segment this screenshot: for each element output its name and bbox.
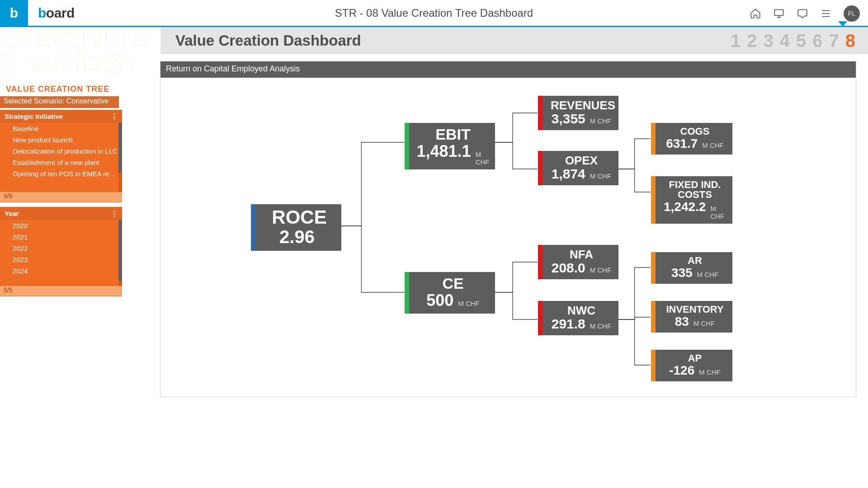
year-item[interactable]: 2022 [0,243,122,254]
year-item[interactable]: 2024 [0,265,122,277]
initiative-scroll-thumb[interactable] [118,123,122,173]
initiative-scrollbar[interactable] [118,123,122,192]
node-nwc-label: NWC [551,305,612,316]
pager-5[interactable]: 5 [796,31,806,51]
strategic-initiative-header: Strategic Initiative ⋮ [0,110,122,123]
scenario-bar: Selected Scenario: Conservative [0,96,119,108]
presentation-icon[interactable] [773,8,785,19]
node-opex-label: OPEX [551,155,612,166]
node-ebit-value: 1,481.1 [417,142,471,161]
node-fixed[interactable]: FIXED IND. COSTS 1,242.2M CHF [651,176,732,224]
strategic-initiative-body: Baseline New product launch Delocalizati… [0,123,122,192]
initiative-item[interactable]: Establishment of a new plant [0,157,122,168]
avatar-initials: FL [848,10,855,17]
year-item[interactable]: 2023 [0,254,122,265]
sidebar: EXECUTIVE STRATEGY VALUE CREATION TREE S… [0,28,160,300]
pager-caret-icon [838,21,847,27]
pager-6[interactable]: 6 [812,31,822,51]
node-revenues-value: 3,355 [552,111,585,127]
node-nwc-unit: M CHF [590,322,612,330]
node-opex-value: 1,874 [552,166,585,182]
year-item[interactable]: 2021 [0,231,122,243]
node-nfa-label: NFA [551,249,612,260]
year-item[interactable]: 2020 [0,220,122,231]
strategic-initiative-title: Strategic Initiative [5,113,63,120]
node-ar-unit: M CHF [697,271,719,278]
strategic-initiative-more-icon[interactable]: ⋮ [111,113,118,121]
node-nfa[interactable]: NFA 208.0M CHF [538,245,618,279]
node-cogs-value: 631.7 [666,136,698,151]
initiative-item[interactable]: New product launch [0,134,122,145]
node-opex-unit: M CHF [590,172,612,180]
node-inventory-value: 83 [675,314,689,329]
node-ar[interactable]: AR 335M CHF [651,252,732,284]
node-ap[interactable]: AP -126M CHF [651,350,732,381]
node-ar-label: AR [664,256,726,266]
pager: 1 2 3 4 5 6 7 8 [731,31,855,51]
node-ebit-unit: M CHF [476,150,490,166]
node-ce[interactable]: CE 500M CHF [405,272,495,314]
node-fixed-unit: M CHF [710,205,726,220]
strategic-initiative-footer: 9/9 [0,192,122,202]
section-title: Return on Capital Employed Analysis [160,61,856,78]
node-roce-value: 2.96 [279,227,315,247]
node-cogs[interactable]: COGS 631.7M CHF [651,123,732,155]
node-ce-unit: M CHF [458,300,480,307]
value-creation-tree-label: VALUE CREATION TREE [6,84,109,94]
initiative-item[interactable]: Opening of ten POS in EMEA region [0,168,122,179]
year-panel: Year ⋮ 2020 2021 2022 2023 2024 5/5 [0,207,122,296]
node-ap-label: AP [664,353,726,363]
hamburger-icon[interactable] [820,8,832,19]
node-nfa-unit: M CHF [590,266,612,274]
year-scroll-thumb[interactable] [118,220,122,281]
node-ap-unit: M CHF [699,368,721,376]
node-inventory-label: INVENTORY [664,305,726,314]
node-cogs-label: COGS [664,127,726,136]
value-creation-tree-tab: VALUE CREATION TREE [0,82,118,97]
chat-icon[interactable] [797,8,808,19]
main-panel: Return on Capital Employed Analysis [160,61,856,397]
year-body: 2020 2021 2022 2023 2024 [0,220,122,286]
svg-rect-0 [774,9,783,15]
topbar: b board STR - 08 Value Creation Tree Das… [0,0,868,27]
exec-strategy-watermark: EXECUTIVE STRATEGY [0,26,147,76]
year-more-icon[interactable]: ⋮ [111,210,118,218]
pager-4[interactable]: 4 [780,31,790,51]
node-opex[interactable]: OPEX 1,874M CHF [538,151,618,185]
node-revenues-label: REVENUES [551,99,612,111]
strategic-initiative-panel: Strategic Initiative ⋮ Baseline New prod… [0,110,122,202]
node-ebit-label: EBIT [417,127,489,142]
initiative-item[interactable]: Baseline [0,123,122,134]
node-ap-value: -126 [669,363,694,378]
avatar[interactable]: FL [844,5,860,22]
node-nwc[interactable]: NWC 291.8M CHF [538,301,618,335]
node-cogs-unit: M CHF [702,141,724,149]
scenario-label: Selected Scenario: Conservative [4,97,108,105]
year-scrollbar[interactable] [118,220,122,286]
node-roce[interactable]: ROCE 2.96 [251,204,341,251]
node-fixed-value: 1,242.2 [664,200,706,214]
pager-8[interactable]: 8 [845,31,855,51]
home-icon[interactable] [750,8,761,19]
node-revenues[interactable]: REVENUES 3,355M CHF [538,96,618,130]
node-nwc-value: 291.8 [552,316,585,332]
pager-7[interactable]: 7 [829,31,839,51]
pager-2[interactable]: 2 [747,31,757,51]
node-fixed-label: FIXED IND. COSTS [664,180,726,200]
app-logo-text[interactable]: board [38,5,75,21]
initiative-item[interactable]: Delocalization of production in LLC [0,145,122,157]
node-inventory-unit: M CHF [693,319,715,327]
node-roce-label: ROCE [264,208,335,227]
app-logo-square[interactable]: b [0,0,28,27]
node-inventory[interactable]: INVENTORY 83M CHF [651,301,732,333]
year-footer: 5/5 [0,286,122,296]
subheader: Value Creation Dashboard 1 2 3 4 5 6 7 8 [160,27,868,54]
pager-1[interactable]: 1 [731,31,741,51]
pager-3[interactable]: 3 [764,31,774,51]
node-revenues-unit: M CHF [590,117,612,125]
node-ar-value: 335 [671,266,693,280]
node-ebit[interactable]: EBIT 1,481.1M CHF [405,123,495,169]
value-tree: ROCE 2.96 EBIT 1,481.1M CHF CE 500M CHF … [160,78,856,394]
year-title: Year [5,210,19,217]
page-title: STR - 08 Value Creation Tree Dashboard [335,7,533,19]
